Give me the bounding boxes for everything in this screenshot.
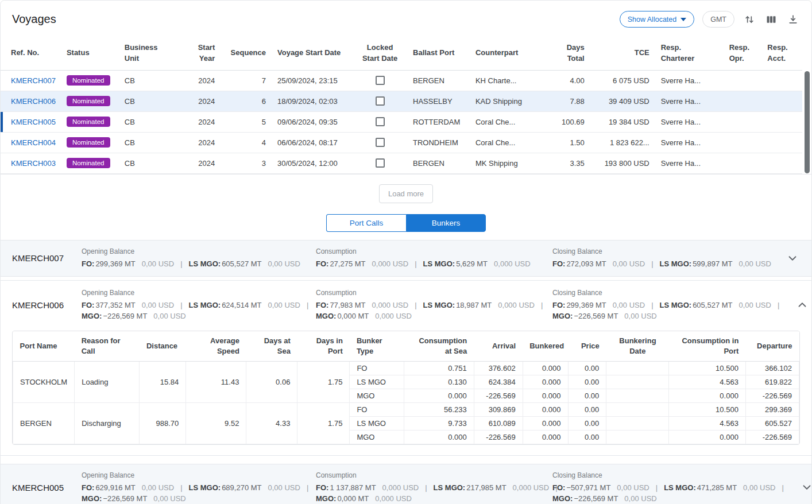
locked-start-checkbox[interactable]: [376, 117, 385, 126]
closing-balance-values: FO:272,093 MT0,00 USD|LS MGO:599,897 MT0…: [552, 258, 776, 269]
detail-tabs: Port Calls Bunkers: [1, 212, 811, 237]
bunker-section-header[interactable]: KMERCH006 Opening Balance FO:377,352 MT0…: [12, 289, 800, 321]
fuel-qty: 0,000 MT: [337, 312, 369, 320]
fuel-usd: 0,00 USD: [613, 259, 645, 268]
col-business-unit[interactable]: Business Unit: [119, 37, 185, 70]
collapse-section-button[interactable]: [795, 297, 810, 312]
consumption-in-port-cell: 0.000: [669, 430, 745, 444]
departure-cell: 299.369: [745, 402, 799, 416]
voyage-ref-link[interactable]: KMERCH006: [11, 97, 56, 106]
ref-cell: KMERCH007: [1, 70, 61, 91]
status-badge: Nominated: [67, 117, 110, 127]
fuel-qty: 0,000 MT: [337, 494, 369, 503]
locked-start-checkbox[interactable]: [376, 158, 385, 168]
voyage-row[interactable]: KMERCH007 Nominated CB 2024 7 25/09/2024…: [1, 70, 802, 91]
closing-balance-label: Closing Balance: [552, 247, 776, 255]
voyage-ref-link[interactable]: KMERCH005: [11, 118, 56, 126]
col-distance: Distance: [140, 331, 186, 362]
locked-start-checkbox[interactable]: [376, 138, 385, 147]
load-more-button[interactable]: Load more: [379, 184, 433, 203]
bunker-section-header[interactable]: KMERCH005 Opening Balance FO:629,916 MT0…: [12, 471, 800, 504]
col-days-total[interactable]: Days Total: [540, 37, 590, 70]
voyage-row[interactable]: KMERCH003 Nominated CB 2024 3 30/05/2024…: [1, 153, 802, 173]
locked-cell: [353, 132, 407, 153]
departure-cell: 619.822: [745, 375, 799, 389]
download-button[interactable]: [786, 13, 800, 26]
bunkered-cell: 0.000: [523, 361, 568, 375]
tab-bunkers[interactable]: Bunkers: [406, 214, 486, 232]
col-resp-opr[interactable]: Resp. Opr.: [724, 37, 762, 70]
col-bunkered: Bunkered: [523, 331, 568, 362]
col-ballast-port[interactable]: Ballast Port: [407, 37, 470, 70]
col-counterpart[interactable]: Counterpart: [470, 37, 540, 70]
separator: |: [541, 301, 543, 309]
fuel-usd: 0,00 USD: [142, 301, 174, 309]
columns-button[interactable]: [764, 13, 778, 26]
fuel-label: FO:: [552, 301, 565, 309]
expand-section-button[interactable]: [785, 251, 800, 266]
col-days-at-sea: Days at Sea: [246, 331, 297, 362]
fuel-usd: 0,00 USD: [739, 301, 771, 309]
start-date-cell: 18/09/2024, 02:03: [272, 91, 353, 111]
arrival-cell: 610.089: [474, 416, 523, 430]
voyage-ref-link[interactable]: KMERCH003: [11, 159, 56, 168]
counterpart-cell: KH Charte...: [470, 70, 540, 91]
col-resp-charterer[interactable]: Resp. Charterer: [655, 37, 724, 70]
fuel-usd: 0,00 USD: [613, 301, 645, 309]
voyage-row[interactable]: KMERCH004 Nominated CB 2024 4 06/06/2024…: [1, 132, 802, 153]
locked-start-checkbox[interactable]: [376, 76, 385, 85]
col-status[interactable]: Status: [61, 37, 119, 70]
show-allocated-dropdown[interactable]: Show Allocated: [620, 11, 694, 28]
col-tce[interactable]: TCE: [590, 37, 655, 70]
fuel-label: LS MGO:: [660, 301, 692, 309]
separator: |: [415, 301, 416, 309]
tab-port-calls[interactable]: Port Calls: [326, 214, 406, 232]
bunkering-date-cell: [606, 402, 669, 416]
bunkered-cell: 0.000: [523, 389, 568, 402]
consumption-values-line2: MGO:0,000 MT0,000 USD: [316, 493, 543, 504]
bunker-section-header[interactable]: KMERCH007 Opening Balance FO:299,369 MT0…: [12, 247, 800, 269]
business-unit-cell: CB: [119, 70, 185, 91]
opening-balance-block: Opening Balance FO:377,352 MT0,00 USD|LS…: [82, 289, 316, 321]
tce-cell: 193 800 USD: [590, 153, 655, 173]
col-locked-start-date[interactable]: Locked Start Date: [353, 37, 407, 70]
fuel-label: LS MGO:: [660, 259, 692, 268]
fuel-label: LS MGO:: [434, 483, 466, 492]
opening-balance-values: FO:299,369 MT0,00 USD|LS MGO:605,527 MT0…: [82, 258, 307, 269]
consumption-block: Consumption FO:77,983 MT0,000 USD|LS MGO…: [316, 289, 552, 321]
fuel-usd: 0,00 USD: [142, 483, 174, 492]
bunkering-date-cell: [606, 430, 669, 444]
voyage-row[interactable]: KMERCH006 Nominated CB 2024 6 18/09/2024…: [1, 91, 802, 111]
col-sequence[interactable]: Sequence: [221, 37, 272, 70]
separator: |: [651, 301, 653, 309]
col-voyage-start-date[interactable]: Voyage Start Date: [272, 37, 353, 70]
consumption-in-port-cell: 4.563: [669, 375, 745, 389]
business-unit-cell: CB: [119, 153, 185, 173]
consumption-values-line1: FO:77,983 MT0,000 USD|LS MGO:18,987 MT0,…: [316, 300, 543, 311]
start-date-cell: 25/09/2024, 23:15: [272, 70, 353, 91]
scrollbar-thumb[interactable]: [805, 71, 810, 173]
col-start-year[interactable]: Start Year: [185, 37, 221, 70]
voyage-ref-link[interactable]: KMERCH007: [11, 76, 56, 85]
fuel-label: FO:: [316, 301, 328, 309]
consumption-values-line1: FO:1 137,887 MT0,000 USD|LS MGO:217,985 …: [316, 482, 543, 493]
fuel-label: MGO:: [552, 494, 573, 503]
col-reason-for-call: Reason for Call: [75, 331, 140, 362]
col-consumption-in-port: Consumption in Port: [669, 331, 745, 362]
expand-section-button[interactable]: [799, 480, 812, 495]
gmt-button[interactable]: GMT: [702, 11, 734, 28]
voyages-table-wrap: Ref. No. Status Business Unit Start Year…: [1, 37, 811, 175]
voyage-ref-link[interactable]: KMERCH004: [11, 138, 56, 147]
sort-button[interactable]: [743, 13, 756, 26]
locked-start-checkbox[interactable]: [376, 96, 385, 106]
col-departure: Departure: [745, 331, 799, 362]
voyage-row-selected[interactable]: KMERCH005 Nominated CB 2024 5 09/06/2024…: [1, 111, 802, 132]
vertical-scrollbar[interactable]: [805, 71, 810, 206]
start-year-cell: 2024: [185, 70, 221, 91]
col-ref-no[interactable]: Ref. No.: [1, 37, 61, 70]
col-bunker-type: Bunker Type: [350, 331, 404, 362]
business-unit-cell: CB: [119, 91, 185, 111]
fuel-usd: 0,000 USD: [375, 312, 412, 320]
fuel-qty: 599,897 MT: [693, 259, 732, 268]
col-resp-acct[interactable]: Resp. Acct.: [761, 37, 802, 70]
